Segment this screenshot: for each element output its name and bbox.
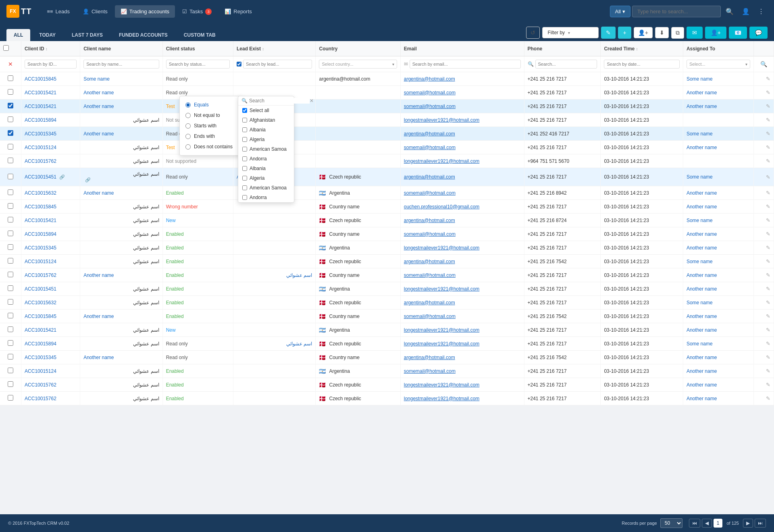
row-edit-icon[interactable]: ✎ xyxy=(766,313,770,319)
nav-tasks[interactable]: ☑ Tasks 3 xyxy=(177,5,217,18)
assigned-value[interactable]: Another name xyxy=(687,368,717,374)
row-checkbox[interactable] xyxy=(8,189,13,195)
search-status-input[interactable] xyxy=(166,60,230,69)
chat-button[interactable]: 💬 xyxy=(749,27,768,39)
client-id-value[interactable]: ACC10015124 xyxy=(25,145,56,150)
header-lead-exist[interactable]: Lead Exist ↕ xyxy=(233,41,316,56)
lead-radio-startswith[interactable] xyxy=(185,123,191,129)
client-name-value[interactable]: Another name xyxy=(83,104,114,109)
nav-reports[interactable]: 📊 Reports xyxy=(219,5,258,18)
search-phone-input[interactable] xyxy=(535,60,597,69)
email-value[interactable]: argentina@hotmail.com xyxy=(404,218,455,223)
prev-page-btn[interactable]: ◀ xyxy=(702,519,712,528)
person-add-button[interactable]: 👤+ xyxy=(634,27,653,38)
client-id-value[interactable]: ACC10015421 xyxy=(25,218,56,223)
row-edit-icon[interactable]: ✎ xyxy=(766,117,770,123)
assigned-value[interactable]: Another name xyxy=(687,231,717,237)
client-name-value[interactable]: Another name xyxy=(83,355,114,360)
row-checkbox[interactable] xyxy=(8,103,13,108)
lead-radio-doesnotcontain[interactable] xyxy=(185,144,191,150)
global-search-input[interactable] xyxy=(632,6,721,17)
country-item-andorra[interactable]: Andorra xyxy=(238,154,294,164)
tab-today[interactable]: TODAY xyxy=(32,29,63,41)
email-value[interactable]: somemail@hotmail.com xyxy=(404,314,456,319)
row-checkbox[interactable] xyxy=(8,354,13,360)
edit-pencil-button[interactable]: ✎ xyxy=(601,27,616,39)
email-value[interactable]: longestmailever1921@hotmail.com xyxy=(404,245,480,251)
row-checkbox[interactable] xyxy=(8,158,13,163)
email-value[interactable]: argentina@hotmail.com xyxy=(404,174,455,180)
assigned-value[interactable]: Another name xyxy=(687,327,717,333)
row-checkbox[interactable] xyxy=(8,272,13,277)
client-id-value[interactable]: ACC10015762 xyxy=(25,396,56,401)
lead-value[interactable]: اسم عشوائي xyxy=(237,341,312,347)
client-id-value[interactable]: ACC10015762 xyxy=(25,158,56,164)
nav-clients[interactable]: 👤 Clients xyxy=(77,5,113,18)
client-name-value[interactable]: Another name xyxy=(83,272,114,278)
user-plus-button[interactable]: 👤+ xyxy=(705,27,726,39)
search-email-input[interactable] xyxy=(410,60,521,69)
nav-trading-accounts[interactable]: 📈 Trading accounts xyxy=(115,5,175,18)
assigned-value[interactable]: Some name xyxy=(687,174,713,180)
row-edit-icon[interactable]: ✎ xyxy=(766,354,770,360)
search-icon-btn[interactable]: 🔍 xyxy=(722,4,737,19)
country-item-algeria2[interactable]: Algeria xyxy=(238,173,294,183)
assigned-value[interactable]: Another name xyxy=(687,355,717,360)
country-item-andorra2[interactable]: Andorra xyxy=(238,193,294,202)
country-cb-americansamoa2[interactable] xyxy=(242,185,247,190)
client-id-value[interactable]: ACC10015124 xyxy=(25,259,56,264)
email-value[interactable]: somemail@hotmail.com xyxy=(404,145,456,150)
client-id-value[interactable]: ACC10015345 xyxy=(25,131,56,137)
client-id-value[interactable]: ACC10015421 xyxy=(25,327,56,333)
row-edit-icon[interactable]: ✎ xyxy=(766,395,770,401)
assigned-value[interactable]: Some name xyxy=(687,259,713,264)
row-edit-icon[interactable]: ✎ xyxy=(766,204,770,210)
row-edit-icon[interactable]: ✎ xyxy=(766,131,770,137)
email-value[interactable]: argentina@hotmail.com xyxy=(404,259,455,264)
email-value[interactable]: longestmailever1921@hotmail.com xyxy=(404,117,480,123)
search-date-input[interactable] xyxy=(604,60,680,69)
row-checkbox[interactable] xyxy=(8,203,13,209)
assigned-value[interactable]: Some name xyxy=(687,218,713,223)
country-item-americansamoa2[interactable]: American Samoa xyxy=(238,183,294,193)
assigned-value[interactable]: Another name xyxy=(687,286,717,292)
country-cb-albania2[interactable] xyxy=(242,166,247,171)
country-search-input[interactable] xyxy=(249,98,310,104)
row-edit-icon[interactable]: ✎ xyxy=(766,103,770,109)
menu-icon-btn[interactable]: ⋮ xyxy=(755,4,768,19)
lead-value[interactable]: اسم عشوائي xyxy=(237,272,312,278)
country-cb-algeria[interactable] xyxy=(242,137,247,142)
row-edit-icon[interactable]: ✎ xyxy=(766,231,770,237)
client-id-value[interactable]: ACC10015345 xyxy=(25,245,56,251)
row-checkbox[interactable] xyxy=(8,89,13,95)
email-button[interactable]: ✉ xyxy=(687,27,703,39)
assigned-value[interactable]: Another name xyxy=(687,245,717,251)
email-value[interactable]: somemail@hotmail.com xyxy=(404,368,456,374)
client-id-value[interactable]: ACC10015124 xyxy=(25,368,56,374)
email-value[interactable]: longestmailever1921@hotmail.com xyxy=(404,382,480,388)
row-edit-icon[interactable]: ✎ xyxy=(766,158,770,164)
assigned-select-dropdown[interactable]: Select... ▾ xyxy=(687,60,750,69)
tab-custom[interactable]: CUSTOM TAB xyxy=(177,29,223,41)
row-checkbox[interactable] xyxy=(8,381,13,387)
lead-radio-equals[interactable] xyxy=(185,102,191,108)
email-value[interactable]: argentina@hotmail.com xyxy=(404,131,455,137)
client-name-value[interactable]: Another name xyxy=(83,190,114,196)
row-edit-icon[interactable]: ✎ xyxy=(766,327,770,333)
row-checkbox[interactable] xyxy=(8,144,13,150)
mail-button2[interactable]: 📧 xyxy=(729,27,747,39)
nav-leads[interactable]: ≡≡ Leads xyxy=(41,5,75,18)
country-item-americansamoa[interactable]: American Samoa xyxy=(238,144,294,154)
email-value[interactable]: argentina@hotmail.com xyxy=(404,355,455,360)
lead-filter-checkbox[interactable] xyxy=(237,62,241,66)
client-id-value[interactable]: ACC10015894 xyxy=(25,341,56,347)
row-checkbox[interactable] xyxy=(8,326,13,332)
row-checkbox[interactable] xyxy=(8,116,13,122)
row-checkbox[interactable] xyxy=(8,174,13,179)
email-value[interactable]: longestmailever1921@hotmail.com xyxy=(404,327,480,333)
header-client-id[interactable]: Client ID ↕ xyxy=(21,41,80,56)
client-id-value[interactable]: ACC10015451 xyxy=(25,286,56,292)
email-value[interactable]: ouchen.professional10@gmail.com xyxy=(404,204,480,210)
country-cb-andorra2[interactable] xyxy=(242,195,247,200)
client-id-value[interactable]: ACC10015451 xyxy=(25,174,56,180)
